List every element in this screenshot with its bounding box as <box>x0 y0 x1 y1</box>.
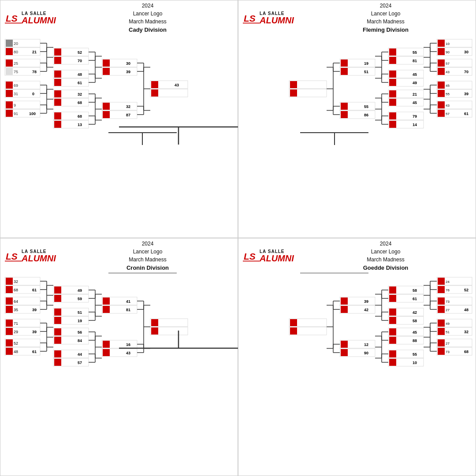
quadrant-fleming: LS LA SALLE ALUMNI 2024 Lancer Logo Marc… <box>238 0 476 238</box>
cady-header: LS LA SALLE ALUMNI 2024 Lancer Logo Marc… <box>0 0 238 36</box>
bottom-final-connector <box>119 348 238 366</box>
alumni-text-4: LA SALLE ALUMNI <box>260 249 294 263</box>
svg-rect-230 <box>341 103 348 110</box>
svg-text:61: 61 <box>78 81 82 85</box>
svg-rect-488 <box>290 319 297 326</box>
goedde-logo: LS LA SALLE ALUMNI <box>243 248 300 264</box>
svg-rect-442 <box>389 328 396 335</box>
svg-text:76: 76 <box>446 288 450 292</box>
svg-text:0: 0 <box>32 92 34 96</box>
fleming-division-label: Fleming Division <box>300 26 471 34</box>
svg-rect-155 <box>438 90 445 97</box>
svg-rect-106 <box>103 103 110 110</box>
svg-text:90: 90 <box>446 50 450 54</box>
svg-text:52: 52 <box>78 50 82 55</box>
alumni-text-2: LA SALLE ALUMNI <box>260 11 294 25</box>
svg-rect-262 <box>6 298 13 305</box>
svg-rect-412 <box>438 348 445 355</box>
fleming-header: LS LA SALLE ALUMNI 2024 Lancer Logo Marc… <box>238 0 476 36</box>
cady-logo: LS LA SALLE ALUMNI <box>5 10 62 26</box>
svg-rect-398 <box>438 320 445 327</box>
quadrant-goedde: LS LA SALLE ALUMNI 2024 Lancer Logo Marc… <box>238 238 476 476</box>
svg-text:LS: LS <box>6 13 18 23</box>
svg-text:90: 90 <box>364 351 368 355</box>
svg-text:10: 10 <box>413 361 417 365</box>
svg-text:61: 61 <box>32 288 37 292</box>
svg-rect-128 <box>438 40 445 47</box>
svg-text:55: 55 <box>364 104 368 109</box>
svg-rect-409 <box>438 339 445 346</box>
svg-rect-142 <box>438 68 445 75</box>
svg-text:31: 31 <box>14 92 18 96</box>
svg-rect-220 <box>341 60 348 67</box>
svg-text:29: 29 <box>14 330 18 334</box>
svg-rect-490 <box>290 327 297 335</box>
alumni-label-4: ALUMNI <box>260 254 294 263</box>
svg-text:25: 25 <box>14 61 18 66</box>
svg-text:49: 49 <box>413 81 417 85</box>
svg-rect-65 <box>54 79 61 86</box>
svg-rect-233 <box>341 111 348 118</box>
svg-text:30: 30 <box>126 61 130 66</box>
ls-logo-icon: LS <box>5 10 22 26</box>
svg-rect-244 <box>290 89 297 97</box>
goedde-bracket: 24 76 52 73 27 48 <box>238 273 476 476</box>
svg-rect-199 <box>389 99 396 106</box>
svg-rect-385 <box>438 298 445 305</box>
svg-text:49: 49 <box>446 322 450 326</box>
svg-text:42: 42 <box>413 310 417 315</box>
svg-rect-31 <box>6 90 13 97</box>
svg-text:27: 27 <box>446 308 450 312</box>
svg-rect-452 <box>389 350 396 357</box>
svg-text:12: 12 <box>364 342 368 347</box>
svg-text:49: 49 <box>78 288 82 293</box>
svg-rect-476 <box>341 341 348 348</box>
svg-text:61: 61 <box>413 297 417 301</box>
cronin-division-label: Cronin Division <box>62 264 233 272</box>
svg-rect-309 <box>54 309 61 316</box>
svg-text:19: 19 <box>364 61 368 66</box>
svg-rect-176 <box>389 48 396 56</box>
svg-rect-466 <box>341 298 348 305</box>
svg-rect-286 <box>6 339 13 346</box>
svg-rect-435 <box>389 317 396 324</box>
svg-text:68: 68 <box>464 350 469 354</box>
svg-rect-28 <box>6 82 13 89</box>
cronin-title: 2024 Lancer Logo March Madness Cronin Di… <box>62 240 233 272</box>
svg-text:39: 39 <box>32 308 37 312</box>
svg-text:9: 9 <box>14 103 16 108</box>
svg-text:21: 21 <box>413 92 417 97</box>
svg-rect-186 <box>389 71 396 78</box>
svg-text:10: 10 <box>446 42 450 46</box>
svg-text:LS: LS <box>244 13 256 23</box>
svg-rect-374 <box>438 278 445 285</box>
svg-rect-196 <box>389 90 396 97</box>
svg-rect-278 <box>6 328 13 335</box>
svg-text:70: 70 <box>78 59 82 63</box>
svg-text:59: 59 <box>78 297 82 301</box>
svg-rect-302 <box>54 295 61 302</box>
svg-rect-42 <box>6 110 13 117</box>
svg-rect-109 <box>103 111 110 118</box>
svg-text:39: 39 <box>126 70 130 74</box>
svg-text:48: 48 <box>14 350 18 354</box>
svg-text:55: 55 <box>446 92 450 96</box>
svg-text:57: 57 <box>446 112 450 116</box>
svg-rect-152 <box>438 82 445 89</box>
svg-rect-163 <box>438 101 445 108</box>
svg-text:32: 32 <box>14 279 18 284</box>
svg-rect-353 <box>103 341 110 348</box>
svg-rect-254 <box>6 286 13 293</box>
svg-rect-432 <box>389 309 396 316</box>
svg-text:86: 86 <box>364 113 368 117</box>
cronin-logo: LS LA SALLE ALUMNI <box>5 248 62 264</box>
svg-text:87: 87 <box>126 113 130 117</box>
svg-text:52: 52 <box>464 288 469 292</box>
svg-text:41: 41 <box>126 299 130 304</box>
svg-text:68: 68 <box>78 114 82 119</box>
svg-text:14: 14 <box>413 123 417 127</box>
svg-rect-422 <box>389 286 396 294</box>
svg-text:52: 52 <box>14 341 18 346</box>
svg-text:55: 55 <box>413 352 417 357</box>
svg-rect-131 <box>438 48 445 55</box>
